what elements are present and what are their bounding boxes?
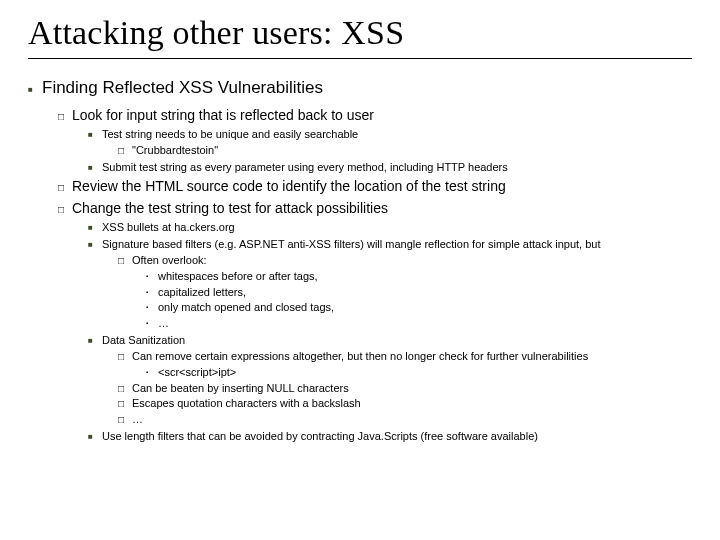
bullet-l4: Escapes quotation characters with a back… [118,396,692,411]
text: Finding Reflected XSS Vulnerabilities [42,78,323,97]
bullet-l3: Test string needs to be unique and easil… [88,127,692,142]
text: XSS bullets at ha.ckers.org [102,221,235,233]
bullet-l4: "Crubbardtestoin" [118,143,692,158]
text: Submit test string as every parameter us… [102,161,508,173]
text: only match opened and closed tags, [158,301,334,313]
bullet-l5: capitalized letters, [146,285,692,300]
bullet-l2: Look for input string that is reflected … [58,106,692,125]
text: Look for input string that is reflected … [72,107,374,123]
bullet-l4: Can remove certain expressions altogethe… [118,349,692,364]
text: Often overlook: [132,254,207,266]
bullet-l3: Submit test string as every parameter us… [88,160,692,175]
text: capitalized letters, [158,286,246,298]
bullet-l4: Often overlook: [118,253,692,268]
bullet-l3: Data Sanitization [88,333,692,348]
text: whitespaces before or after tags, [158,270,318,282]
text: <scr<script>ipt> [158,366,236,378]
bullet-l1: Finding Reflected XSS Vulnerabilities [28,77,692,100]
text: Signature based filters (e.g. ASP.NET an… [102,238,601,250]
text: Can be beaten by inserting NULL characte… [132,382,349,394]
bullet-l4: Can be beaten by inserting NULL characte… [118,381,692,396]
text: Data Sanitization [102,334,185,346]
bullet-l5: … [146,316,692,331]
bullet-l5: <scr<script>ipt> [146,365,692,380]
bullet-l2: Change the test string to test for attac… [58,199,692,218]
text: Escapes quotation characters with a back… [132,397,361,409]
bullet-l3: XSS bullets at ha.ckers.org [88,220,692,235]
slide-body: Finding Reflected XSS Vulnerabilities Lo… [28,77,692,444]
text: "Crubbardtestoin" [132,144,218,156]
bullet-l2: Review the HTML source code to identify … [58,177,692,196]
text: … [132,413,143,425]
bullet-l3: Signature based filters (e.g. ASP.NET an… [88,237,692,252]
text: Review the HTML source code to identify … [72,178,506,194]
slide-title: Attacking other users: XSS [28,14,692,52]
bullet-l4: … [118,412,692,427]
bullet-l5: whitespaces before or after tags, [146,269,692,284]
text: … [158,317,169,329]
bullet-l3: Use length filters that can be avoided b… [88,429,692,444]
text: Test string needs to be unique and easil… [102,128,358,140]
text: Change the test string to test for attac… [72,200,388,216]
bullet-l5: only match opened and closed tags, [146,300,692,315]
title-underline [28,58,692,59]
text: Can remove certain expressions altogethe… [132,350,588,362]
text: Use length filters that can be avoided b… [102,430,538,442]
slide: Attacking other users: XSS Finding Refle… [0,0,720,540]
